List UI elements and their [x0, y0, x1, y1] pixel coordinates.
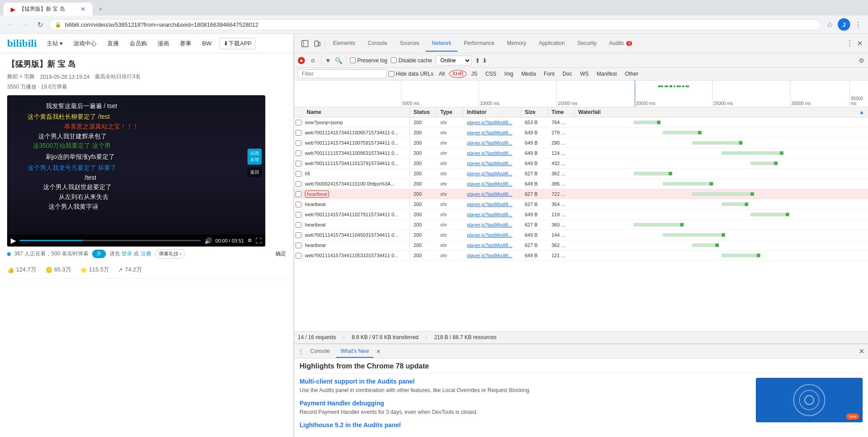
- network-row[interactable]: heartbeat 200 xhr player.js?lastModifi..…: [294, 220, 868, 230]
- network-row[interactable]: web?001114157344110075915734411 0... 200…: [294, 138, 868, 148]
- network-row[interactable]: heartbeat 200 xhr player.js?lastModifi..…: [294, 240, 868, 251]
- video-controls[interactable]: ▶ 🔊 00:00 / 03:51 ⚙ ⛶: [7, 235, 265, 247]
- devtools-more-btn[interactable]: ⋮: [844, 37, 855, 49]
- bottom-tab-console[interactable]: Console: [306, 345, 334, 358]
- network-row[interactable]: web?001114157344110065715734411 0... 200…: [294, 128, 868, 138]
- col-header-initiator[interactable]: Initiator: [463, 107, 521, 117]
- tab-memory[interactable]: Memory: [501, 36, 532, 52]
- network-row[interactable]: web?001114157344110450315734411 0... 200…: [294, 230, 868, 240]
- more-btn[interactable]: ⋮: [852, 18, 864, 31]
- filter-all[interactable]: All: [435, 70, 448, 78]
- bookmark-btn[interactable]: ☆: [823, 18, 836, 31]
- inspect-element-btn[interactable]: [300, 38, 310, 49]
- back-btn[interactable]: ←: [4, 18, 16, 31]
- row-checkbox[interactable]: [296, 253, 301, 259]
- network-settings-btn[interactable]: ⚙: [859, 57, 864, 64]
- forward-btn[interactable]: →: [19, 18, 31, 31]
- filter-icon[interactable]: ▼: [325, 57, 331, 64]
- like-btn[interactable]: 👍 124.7万: [7, 266, 37, 274]
- hide-data-urls-input[interactable]: [389, 71, 394, 77]
- row-checkbox[interactable]: [296, 222, 301, 228]
- danmaku-etiquette-btn[interactable]: 弹幕礼仪 ›: [155, 249, 186, 259]
- device-toolbar-btn[interactable]: [312, 38, 323, 49]
- nav-item-main[interactable]: 主站 ▾: [44, 38, 66, 49]
- trial-btn[interactable]: 试用反馈: [247, 149, 262, 165]
- row-checkbox[interactable]: [296, 243, 301, 248]
- share-btn[interactable]: ↗ 74.2万: [118, 266, 142, 274]
- fullscreen-btn[interactable]: ⛶: [256, 237, 262, 244]
- tab-close-btn[interactable]: ✕: [81, 6, 85, 12]
- url-text[interactable]: bilibili.com/video/av53851218?from=searc…: [65, 21, 815, 28]
- tab-application[interactable]: Application: [532, 36, 571, 52]
- filter-xhr[interactable]: XHR: [449, 70, 466, 78]
- bottom-tab-whats-new[interactable]: What's New: [336, 345, 373, 358]
- col-header-size[interactable]: Size: [521, 107, 548, 117]
- col-header-name[interactable]: Name: [303, 107, 410, 117]
- tab-performance[interactable]: Performance: [458, 36, 501, 52]
- filter-doc[interactable]: Doc: [559, 70, 576, 78]
- row-checkbox[interactable]: [296, 171, 301, 177]
- filter-font[interactable]: Font: [540, 70, 558, 78]
- nav-item-download[interactable]: ⬇下载APP: [219, 38, 256, 49]
- preserve-log-input[interactable]: [350, 57, 356, 63]
- filter-js[interactable]: JS: [467, 70, 481, 78]
- record-btn[interactable]: ●: [298, 57, 305, 64]
- tab-network[interactable]: Network: [426, 36, 458, 52]
- coin-btn[interactable]: 🪙 65.3万: [45, 266, 71, 274]
- filter-input[interactable]: [298, 69, 387, 78]
- volume-icon[interactable]: 🔊: [204, 237, 212, 244]
- bottom-menu-btn[interactable]: ⋮: [298, 348, 304, 355]
- bottom-panel-close-btn[interactable]: ✕: [859, 347, 864, 356]
- login-link[interactable]: 登录: [122, 251, 132, 257]
- nav-item-contest[interactable]: 赛事: [177, 38, 194, 49]
- progress-bar[interactable]: [20, 240, 201, 241]
- account-btn[interactable]: J: [838, 18, 850, 31]
- row-checkbox[interactable]: [296, 130, 301, 136]
- download-icon[interactable]: ⬇: [482, 57, 487, 64]
- network-row[interactable]: h5 200 xhr player.js?lastModifi... 627 B…: [294, 169, 868, 179]
- search-icon[interactable]: 🔍: [335, 57, 342, 64]
- register-link[interactable]: 注册: [141, 251, 151, 257]
- filter-other[interactable]: Other: [621, 70, 642, 78]
- row-checkbox[interactable]: [296, 202, 301, 207]
- nav-item-bw[interactable]: BW: [199, 38, 214, 49]
- settings-btn[interactable]: ⚙: [247, 238, 252, 243]
- row-checkbox[interactable]: [296, 191, 301, 197]
- disable-cache-checkbox[interactable]: Disable cache: [391, 57, 432, 64]
- row-checkbox[interactable]: [296, 232, 301, 238]
- row-checkbox[interactable]: [296, 212, 301, 218]
- stop-recording-btn[interactable]: ⊘: [308, 56, 317, 65]
- whats-new-close-btn[interactable]: ✕: [376, 348, 381, 355]
- upload-icon[interactable]: ⬆: [475, 57, 480, 64]
- throttling-select[interactable]: Online Fast 3G Slow 3G Offline: [436, 56, 471, 65]
- network-row[interactable]: web?001111157344110096315734411 0... 200…: [294, 148, 868, 158]
- return-btn[interactable]: 返回: [247, 167, 262, 177]
- tab-security[interactable]: Security: [571, 36, 603, 52]
- row-checkbox[interactable]: [296, 120, 301, 125]
- filter-ws[interactable]: WS: [576, 70, 592, 78]
- network-row[interactable]: heartbeat 200 xhr player.js?lastModifi..…: [294, 189, 868, 199]
- nav-item-vip[interactable]: 会员购: [127, 38, 150, 49]
- play-btn[interactable]: ▶: [11, 236, 16, 245]
- col-header-status[interactable]: Status: [410, 107, 437, 117]
- network-row[interactable]: web?001114157344110279115734411 0... 200…: [294, 210, 868, 220]
- tab-console[interactable]: Console: [361, 36, 393, 52]
- network-row[interactable]: web?000024157344110100 0https%3A... 200 …: [294, 179, 868, 189]
- active-tab[interactable]: ▶ 【猛男版】新 宝 岛 ✕: [4, 3, 93, 16]
- row-checkbox[interactable]: [296, 150, 301, 156]
- col-header-type[interactable]: Type: [437, 107, 463, 117]
- nav-item-game[interactable]: 游戏中心: [71, 38, 99, 49]
- refresh-btn[interactable]: ↻: [34, 18, 46, 31]
- tab-audits[interactable]: Audits 9: [603, 36, 638, 52]
- col-header-waterfall[interactable]: Waterfall ▲: [575, 107, 868, 117]
- filter-img[interactable]: Img: [501, 70, 517, 78]
- network-row[interactable]: now?jsonp=jsonp 200 xhr player.js?lastMo…: [294, 117, 868, 128]
- filter-manifest[interactable]: Manifest: [593, 70, 621, 78]
- star-btn[interactable]: ⭐ 115.5万: [80, 266, 110, 274]
- nav-item-live[interactable]: 直播: [105, 38, 122, 49]
- row-checkbox[interactable]: [296, 181, 301, 187]
- hide-data-urls-checkbox[interactable]: Hide data URLs: [389, 71, 434, 77]
- video-player[interactable]: 我发誓这最后一遍遍 / tset 这个黄磊我杜长柳要定了 /test 恭喜恶之源…: [7, 95, 265, 247]
- tab-sources[interactable]: Sources: [393, 36, 426, 52]
- filter-media[interactable]: Media: [518, 70, 539, 78]
